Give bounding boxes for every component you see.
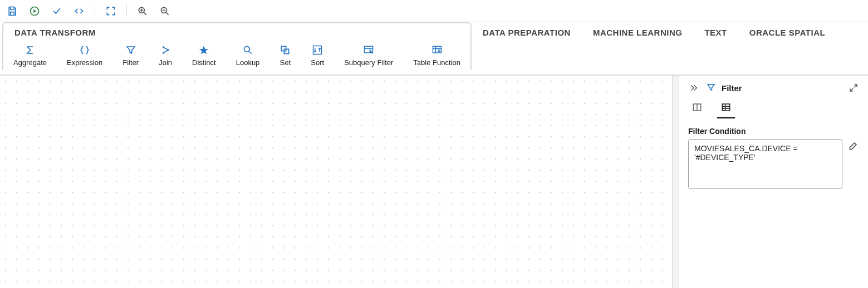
zoom-out-button[interactable]	[158, 4, 171, 18]
toolbar-separator	[126, 4, 127, 17]
grid-icon	[720, 102, 732, 112]
svg-rect-11	[313, 46, 322, 54]
palette-item-label: Table Function	[413, 58, 460, 67]
palette-item-label: Aggregate	[13, 58, 47, 67]
subquery-icon	[363, 44, 374, 56]
palette-item-subquery[interactable]: Subquery Filter	[334, 42, 403, 70]
palette-item-tablefn[interactable]: Table Function	[403, 42, 470, 70]
fit-button[interactable]	[104, 4, 117, 18]
palette-item-label: Set	[280, 58, 291, 67]
palette-item-label: Subquery Filter	[344, 58, 393, 67]
tablefn-icon	[431, 44, 443, 56]
tabstrip: DATA TRANSFORM AggregateExpressionFilter…	[0, 22, 868, 75]
set-icon	[279, 44, 291, 56]
play-icon	[29, 6, 40, 17]
palette-item-distinct[interactable]: Distinct	[182, 42, 226, 70]
validate-button[interactable]	[50, 4, 63, 18]
star-icon	[198, 44, 209, 56]
zoom-out-icon	[159, 6, 170, 17]
svg-marker-7	[199, 46, 209, 54]
braces-icon	[79, 44, 90, 56]
funnel-icon	[125, 44, 136, 56]
tab-label-data-transform: DATA TRANSFORM	[3, 23, 470, 42]
svg-point-8	[244, 46, 249, 52]
tab-data-transform[interactable]: DATA TRANSFORM AggregateExpressionFilter…	[2, 22, 472, 70]
flow-svg: MOVIESALES_CAFilterMY_MOVIE_TXN	[0, 76, 167, 159]
zoom-in-icon	[137, 6, 148, 17]
palette-item-label: Lookup	[236, 58, 260, 67]
palette-item-lookup[interactable]: Lookup	[226, 42, 270, 70]
tab-text[interactable]: TEXT	[693, 22, 738, 42]
palette-item-label: Join	[159, 58, 172, 67]
columns-icon	[692, 102, 703, 112]
side-panel-title: Filter	[722, 83, 742, 93]
main-layout: MOVIESALES_CAFilterMY_MOVIE_TXN Filter	[0, 76, 868, 288]
side-panel-tabs	[679, 99, 868, 119]
palette: AggregateExpressionFilterJoinDistinctLoo…	[3, 42, 470, 70]
expand-arrows-icon	[105, 6, 116, 17]
filter-condition-field[interactable]: MOVIESALES_CA.DEVICE = '#DEVICE_TYPE'	[688, 139, 842, 189]
run-button[interactable]	[28, 4, 41, 18]
tab-machine-learning[interactable]: MACHINE LEARNING	[582, 22, 694, 42]
expand-panel-button[interactable]	[847, 81, 860, 95]
pencil-icon	[848, 140, 859, 151]
palette-item-expression[interactable]: Expression	[57, 42, 112, 70]
palette-item-filter[interactable]: Filter	[112, 42, 149, 70]
chevron-double-right-icon	[689, 83, 699, 93]
filter-icon	[706, 82, 716, 94]
canvas-scrollbar[interactable]	[672, 76, 679, 288]
tab-data-preparation[interactable]: DATA PREPARATION	[472, 22, 582, 42]
side-panel-body: Filter Condition MOVIESALES_CA.DEVICE = …	[679, 119, 868, 197]
save-button[interactable]	[6, 4, 19, 18]
palette-item-label: Sort	[311, 58, 324, 67]
side-tab-columns[interactable]	[688, 99, 706, 118]
tab-oracle-spatial[interactable]: ORACLE SPATIAL	[738, 22, 836, 42]
palette-item-join[interactable]: Join	[149, 42, 182, 70]
palette-item-set[interactable]: Set	[269, 42, 301, 70]
canvas[interactable]: MOVIESALES_CAFilterMY_MOVIE_TXN	[0, 76, 672, 288]
svg-marker-1	[33, 9, 36, 13]
search-icon	[242, 44, 253, 56]
zoom-in-button[interactable]	[136, 4, 149, 18]
side-panel: Filter Filter Condition MOVIESALES_CA.DE…	[679, 76, 868, 288]
filter-condition-label: Filter Condition	[688, 127, 859, 136]
toolbar	[0, 0, 868, 22]
code-button[interactable]	[72, 4, 86, 18]
toolbar-group-file	[6, 4, 86, 18]
toolbar-group-layout	[104, 4, 117, 18]
palette-item-aggregate[interactable]: Aggregate	[3, 42, 57, 70]
side-tab-preview[interactable]	[717, 99, 735, 118]
sort-icon	[312, 44, 323, 56]
toolbar-group-zoom	[136, 4, 171, 18]
save-icon	[7, 6, 18, 17]
collapse-panel-button[interactable]	[687, 81, 700, 95]
ribbon: DATA TRANSFORM AggregateExpressionFilter…	[0, 22, 868, 76]
palette-item-label: Expression	[67, 58, 102, 67]
check-icon	[51, 6, 62, 17]
join-icon	[160, 44, 171, 56]
svg-rect-21	[722, 104, 730, 111]
code-icon	[73, 6, 85, 17]
toolbar-separator	[95, 4, 95, 17]
expand-icon	[849, 83, 859, 93]
side-panel-header: Filter	[679, 76, 868, 99]
palette-item-sort[interactable]: Sort	[301, 42, 334, 70]
sigma-icon	[24, 44, 36, 56]
palette-item-label: Distinct	[192, 58, 216, 67]
palette-item-label: Filter	[122, 58, 139, 67]
edit-condition-button[interactable]	[848, 139, 859, 152]
